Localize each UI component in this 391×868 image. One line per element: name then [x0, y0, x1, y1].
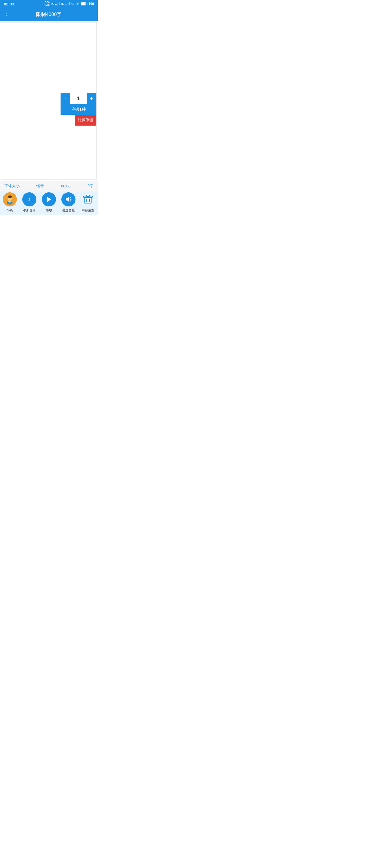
- toolbar-item-play[interactable]: 播放: [42, 192, 56, 213]
- toolbar-item-music[interactable]: ♪ 添加音乐: [22, 192, 36, 213]
- network-speed-label: 0.30KB/S: [44, 1, 50, 6]
- battery-indicator: [81, 2, 87, 5]
- svg-point-5: [8, 200, 11, 203]
- svg-rect-11: [86, 195, 90, 196]
- back-button[interactable]: ‹: [4, 10, 8, 19]
- battery-level: 100: [88, 2, 94, 6]
- hd-label: HD: [71, 2, 75, 5]
- svg-marker-7: [47, 197, 51, 202]
- app-bar: ‹ 限制4000字: [0, 8, 98, 21]
- play-label: 播放: [46, 208, 52, 213]
- avatar-icon: [3, 192, 17, 207]
- svg-rect-3: [8, 197, 12, 198]
- status-right: 0.30KB/S 4G 4G HD ⚡ 100: [44, 1, 94, 6]
- play-icon: [45, 196, 52, 203]
- play-icon-circle: [42, 192, 56, 207]
- stepper-input[interactable]: [70, 93, 87, 104]
- voice-label: 小燕: [6, 208, 13, 213]
- bottom-status-bar: 字体大小 怪音 00:00 0字: [0, 181, 98, 191]
- volume-icon-circle: [61, 192, 76, 207]
- increment-button[interactable]: +: [87, 93, 96, 104]
- pause-controls: - + 停顿1秒 隐藏停顿: [60, 93, 96, 126]
- time-display: 00:00: [61, 184, 71, 188]
- avatar-svg: [5, 194, 15, 205]
- signal-bars-1: [55, 2, 59, 5]
- decrement-button[interactable]: -: [60, 93, 70, 104]
- music-label: 添加音乐: [23, 208, 36, 213]
- pause-duration-button[interactable]: 停顿1秒: [60, 104, 96, 115]
- signal-bars-2: [65, 2, 69, 5]
- status-time: 02:33: [4, 2, 14, 6]
- trash-icon-wrapper: [81, 192, 95, 207]
- hide-pause-button[interactable]: 隐藏停顿: [75, 115, 96, 126]
- volume-icon: [65, 195, 72, 203]
- charging-icon: ⚡: [76, 2, 80, 6]
- toolbar-item-volume[interactable]: 语速音量: [61, 192, 76, 213]
- network-type-label-2: 4G: [60, 2, 64, 5]
- music-icon-circle: ♪: [22, 192, 36, 207]
- network-type-label: 4G: [51, 2, 54, 5]
- toolbar-item-voice[interactable]: 小燕: [3, 192, 17, 213]
- font-size-button[interactable]: 字体大小: [4, 184, 20, 188]
- page-title: 限制4000字: [36, 11, 62, 18]
- toolbar-item-clear[interactable]: 内容清空: [81, 192, 95, 213]
- stepper-row: - +: [60, 93, 96, 104]
- svg-marker-8: [66, 197, 69, 202]
- clear-label: 内容清空: [81, 208, 94, 213]
- char-count: 0字: [87, 184, 93, 188]
- bottom-toolbar: 小燕 ♪ 添加音乐 播放 语速音量: [0, 191, 98, 215]
- volume-label: 语速音量: [62, 208, 75, 213]
- status-bar: 02:33 0.30KB/S 4G 4G HD ⚡ 100: [0, 0, 98, 8]
- trash-icon: [81, 192, 95, 207]
- music-icon: ♪: [26, 196, 33, 203]
- text-input-area[interactable]: - + 停顿1秒 隐藏停顿: [1, 22, 97, 180]
- voice-effect-button[interactable]: 怪音: [36, 184, 44, 188]
- svg-text:♪: ♪: [28, 196, 31, 203]
